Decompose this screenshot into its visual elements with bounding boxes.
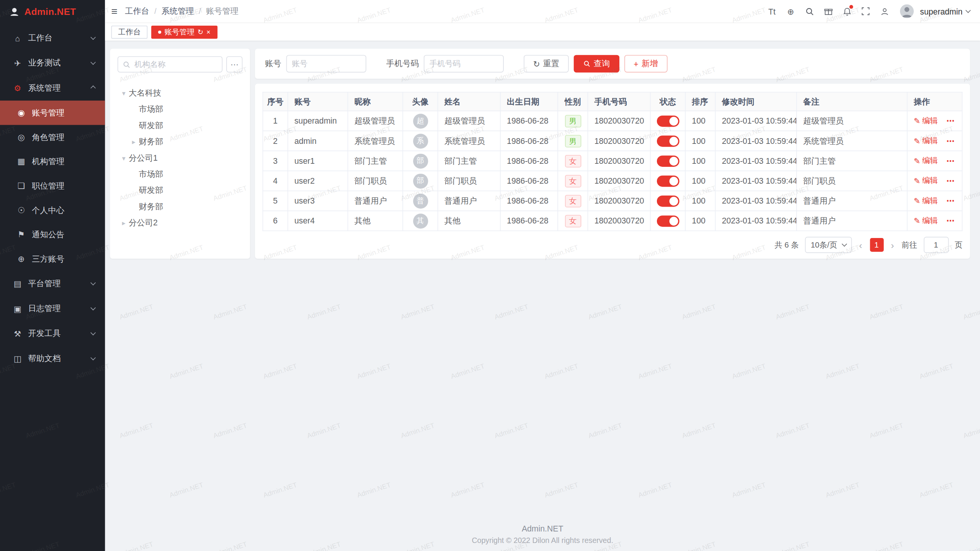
caret-collapsed-icon[interactable]: ▸ [129, 138, 139, 146]
cell-order: 100 [685, 211, 715, 231]
sidebar-menu: ⌂ 工作台 ✈ 业务测试 ⚙ 系统管理 ◉ 账号管理 ◎ [0, 23, 105, 371]
tree-node-branch2[interactable]: ▸ 分公司2 [118, 215, 243, 231]
org-tree: ▾ 大名科技 市场部 研发部 ▸ 财务部 [118, 85, 243, 231]
page-number-current[interactable]: 1 [870, 238, 884, 252]
toggle-knob [670, 196, 678, 205]
search-icon[interactable] [801, 3, 817, 19]
edit-button[interactable]: ✎ 编辑 [914, 215, 938, 226]
search-button[interactable]: 查询 [574, 55, 619, 73]
more-actions-button[interactable]: ⋯ [946, 116, 955, 126]
cell-modified: 2023-01-03 10:59:44 [715, 191, 797, 211]
prev-page-button[interactable]: ‹ [858, 240, 864, 250]
sidebar-item-logs[interactable]: ▣ 日志管理 [0, 296, 105, 321]
status-toggle[interactable] [657, 215, 679, 226]
tree-node-dept[interactable]: 财务部 [118, 199, 243, 215]
more-actions-button[interactable]: ⋯ [946, 176, 955, 185]
tree-node-branch1[interactable]: ▾ 分公司1 [118, 150, 243, 166]
col-sex: 性别 [558, 92, 588, 111]
phone-filter-input[interactable] [424, 55, 504, 73]
sidebar-item-workbench[interactable]: ⌂ 工作台 [0, 26, 105, 51]
user-avatar[interactable] [900, 4, 914, 18]
more-actions-button[interactable]: ⋯ [946, 216, 955, 225]
reset-button[interactable]: ↻ 重置 [524, 55, 568, 73]
cell-status [650, 171, 685, 191]
fullscreen-icon[interactable] [858, 3, 874, 19]
add-button[interactable]: + 新增 [624, 55, 667, 73]
sidebar-item-label: 个人中心 [32, 205, 95, 216]
status-toggle[interactable] [657, 115, 679, 126]
sidebar-item-business-test[interactable]: ✈ 业务测试 [0, 51, 105, 75]
status-toggle[interactable] [657, 175, 679, 186]
sidebar-item-platform[interactable]: ▤ 平台管理 [0, 271, 105, 296]
org-search-input[interactable] [118, 56, 222, 72]
goto-label: 前往 [902, 240, 917, 250]
app-root: Admin.NET ⌂ 工作台 ✈ 业务测试 ⚙ 系统管理 ◉ 账号管 [0, 0, 980, 551]
sidebar-item-devtools[interactable]: ⚒ 开发工具 [0, 321, 105, 346]
col-status: 状态 [650, 92, 685, 111]
sidebar-item-notice[interactable]: ⚑ 通知公告 [0, 222, 105, 247]
tree-node-dept[interactable]: 市场部 [118, 101, 243, 117]
sidebar-item-position-mgmt[interactable]: ❏ 职位管理 [0, 174, 105, 198]
goto-page-input[interactable] [923, 237, 948, 253]
sidebar-item-account-mgmt[interactable]: ◉ 账号管理 [0, 101, 105, 125]
brand-logo[interactable]: Admin.NET [0, 0, 105, 23]
cell-sex: 女 [558, 211, 588, 231]
caret-expanded-icon[interactable]: ▾ [119, 154, 129, 162]
org-more-button[interactable]: ⋯ [226, 56, 242, 72]
edit-button[interactable]: ✎ 编辑 [914, 176, 938, 186]
status-toggle[interactable] [657, 135, 679, 146]
profile-link-icon[interactable] [876, 3, 892, 19]
breadcrumb-item[interactable]: 工作台 [125, 6, 149, 17]
tree-node-label: 财务部 [139, 201, 163, 212]
notification-bell-icon[interactable] [839, 3, 855, 19]
right-column: 账号 手机号码 ↻ 重置 查询 + [255, 49, 970, 259]
row-avatar: 部 [413, 173, 428, 188]
page-size-select[interactable]: 10条/页 [805, 237, 851, 253]
account-filter-input[interactable] [286, 55, 366, 73]
caret-collapsed-icon[interactable]: ▸ [119, 219, 129, 227]
language-icon[interactable]: ⊕ [782, 3, 799, 19]
chevron-down-icon [90, 280, 96, 285]
status-toggle[interactable] [657, 195, 679, 206]
edit-button[interactable]: ✎ 编辑 [914, 135, 938, 146]
tree-node-dept[interactable]: 研发部 [118, 117, 243, 134]
tree-node-dept[interactable]: 市场部 [118, 166, 243, 182]
more-actions-button[interactable]: ⋯ [946, 156, 955, 165]
status-toggle[interactable] [657, 155, 679, 166]
next-page-button[interactable]: › [890, 240, 895, 250]
edit-button[interactable]: ✎ 编辑 [914, 156, 938, 166]
gift-icon[interactable] [820, 3, 836, 19]
edit-button[interactable]: ✎ 编辑 [914, 196, 938, 206]
more-actions-button[interactable]: ⋯ [946, 136, 955, 145]
sidebar-item-third-account[interactable]: ⊕ 三方账号 [0, 247, 105, 271]
sidebar-item-system[interactable]: ⚙ 系统管理 [0, 76, 105, 101]
tree-node-company[interactable]: ▾ 大名科技 [118, 85, 243, 101]
search-icon [122, 60, 131, 68]
cell-phone: 18020030720 [588, 191, 650, 211]
hamburger-menu-icon[interactable]: ≡ [111, 6, 118, 17]
cell-order: 100 [685, 191, 715, 211]
more-actions-button[interactable]: ⋯ [946, 196, 955, 205]
sidebar-item-help-docs[interactable]: ◫ 帮助文档 [0, 346, 105, 371]
sidebar-item-org-mgmt[interactable]: ▦ 机构管理 [0, 149, 105, 174]
col-nickname: 昵称 [348, 92, 403, 111]
tab-account-mgmt[interactable]: 账号管理 ↻ × [151, 25, 217, 38]
breadcrumb-item[interactable]: 系统管理 [162, 6, 194, 17]
tab-workbench[interactable]: 工作台 [111, 25, 148, 38]
cell-sex: 男 [558, 131, 588, 151]
cell-operations: ✎ 编辑 ⋯ [907, 151, 962, 171]
sidebar-item-profile-center[interactable]: ☉ 个人中心 [0, 198, 105, 223]
user-menu[interactable]: superadmin [920, 7, 970, 16]
tree-node-label: 财务部 [139, 136, 163, 147]
doc-icon: ◫ [13, 354, 23, 363]
tab-close-icon[interactable]: × [206, 28, 211, 35]
sidebar-item-role-mgmt[interactable]: ◎ 角色管理 [0, 125, 105, 150]
caret-expanded-icon[interactable]: ▾ [119, 89, 129, 97]
tab-refresh-icon[interactable]: ↻ [198, 28, 203, 35]
tree-node-dept[interactable]: 研发部 [118, 183, 243, 199]
table-row: 5 user3 普通用户 普 普通用户 1986-06-28 [263, 191, 962, 211]
font-size-icon[interactable]: Tt [764, 3, 780, 19]
edit-button[interactable]: ✎ 编辑 [914, 116, 938, 126]
tree-node-dept[interactable]: ▸ 财务部 [118, 134, 243, 150]
gear-icon: ⚙ [13, 83, 23, 93]
